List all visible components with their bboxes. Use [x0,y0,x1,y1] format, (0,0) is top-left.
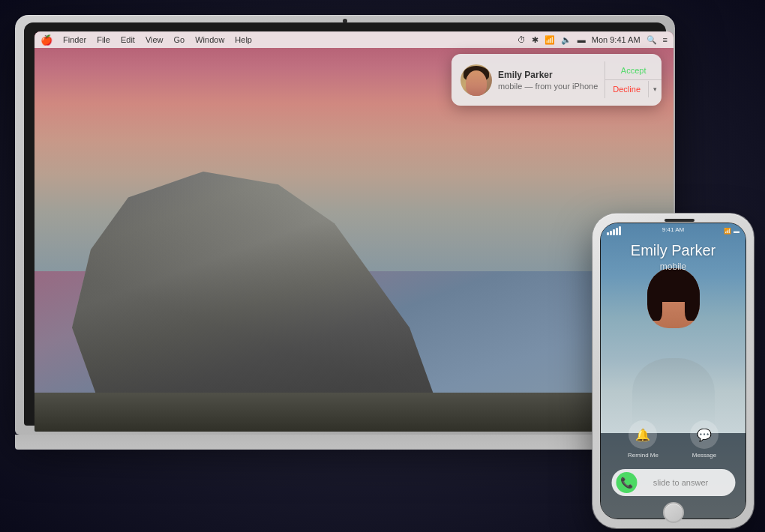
wallpaper-rock [34,172,674,432]
apple-menu-icon[interactable]: 🍎 [40,34,52,46]
slide-to-answer[interactable]: 📞 slide to answer [611,469,735,496]
caller-hair-left [647,276,662,321]
avatar-face [466,70,487,96]
iphone-statusbar: 9:41 AM 📶 ▬ [601,223,746,238]
menubar-file[interactable]: File [97,35,110,44]
time-machine-icon[interactable]: ⏱ [518,35,526,44]
battery-status-icon: ▬ [734,228,740,235]
main-scene: 🍎 Finder File Edit View Go Window Help ⏱… [0,0,765,532]
signal-bar-1 [607,232,609,235]
slide-text: slide to answer [637,478,730,487]
notification-actions: Accept Decline ▾ [604,61,662,98]
menubar: 🍎 Finder File Edit View Go Window Help ⏱… [34,31,674,48]
message-label: Message [692,452,716,459]
wifi-icon[interactable]: 📶 [544,35,555,45]
decline-dropdown-button[interactable]: ▾ [648,81,662,97]
macbook: 🍎 Finder File Edit View Go Window Help ⏱… [15,15,675,495]
menubar-finder[interactable]: Finder [63,35,86,44]
message-icon: 💬 [690,420,718,449]
caller-head [647,268,700,328]
remind-me-icon: 🔔 [628,420,657,449]
caller-hair-right [685,276,700,321]
iphone: 9:41 AM 📶 ▬ Emily Parker mobile 🔔 Remind [592,214,754,528]
macbook-screen: 🍎 Finder File Edit View Go Window Help ⏱… [34,31,674,432]
iphone-status-right: 📶 ▬ [724,228,740,235]
menubar-view[interactable]: View [146,35,164,44]
iphone-screen: 9:41 AM 📶 ▬ Emily Parker mobile 🔔 Remind [601,223,746,519]
iphone-caller-label: mobile [601,262,746,272]
wifi-status-icon: 📶 [724,228,731,235]
signal-bar-4 [616,228,618,235]
decline-wrapper: Decline ▾ [605,80,662,98]
notification-center-icon[interactable]: ≡ [663,35,668,44]
menubar-left: 🍎 Finder File Edit View Go Window Help [40,34,252,46]
iphone-home-button[interactable] [663,502,684,523]
remind-me-label: Remind Me [628,452,658,459]
iphone-caller-name: Emily Parker [601,242,746,259]
signal-strength [607,226,621,235]
volume-icon[interactable]: 🔈 [561,35,572,45]
iphone-frame: 9:41 AM 📶 ▬ Emily Parker mobile 🔔 Remind [592,214,754,528]
notification-avatar [460,64,492,96]
notification-banner: Emily Parker mobile — from your iPhone A… [452,54,662,106]
macbook-chin [15,435,675,450]
spotlight-icon[interactable]: 🔍 [646,35,657,45]
accept-button[interactable]: Accept [605,61,662,80]
menubar-right: ⏱ ✱ 📶 🔈 ▬ Mon 9:41 AM 🔍 ≡ [518,35,668,45]
signal-bar-2 [610,231,612,235]
macbook-frame: 🍎 Finder File Edit View Go Window Help ⏱… [15,15,675,435]
battery-icon[interactable]: ▬ [578,35,586,44]
signal-bar-5 [619,226,621,235]
signal-bar-3 [613,229,615,235]
decline-button[interactable]: Decline [605,80,648,98]
menubar-time[interactable]: Mon 9:41 AM [592,35,640,44]
iphone-call-actions: 🔔 Remind Me 💬 Message [601,420,746,459]
caller-figure [614,253,734,433]
macbook-bezel: 🍎 Finder File Edit View Go Window Help ⏱… [24,22,666,426]
notification-caller-name: Emily Parker [498,70,598,80]
bluetooth-icon[interactable]: ✱ [532,35,538,45]
caller-info: Emily Parker mobile [601,242,746,272]
notification-subtitle: mobile — from your iPhone [498,82,598,91]
menubar-help[interactable]: Help [235,35,252,44]
notification-content: Emily Parker mobile — from your iPhone [492,70,604,91]
menubar-go[interactable]: Go [174,35,185,44]
menubar-edit[interactable]: Edit [121,35,135,44]
slide-phone-icon: 📞 [616,472,637,493]
message-button[interactable]: 💬 Message [690,420,718,459]
rock-base [34,393,674,432]
iphone-time: 9:41 AM [662,226,684,233]
remind-me-button[interactable]: 🔔 Remind Me [628,420,658,459]
iphone-speaker [664,219,694,222]
menubar-window[interactable]: Window [195,35,224,44]
